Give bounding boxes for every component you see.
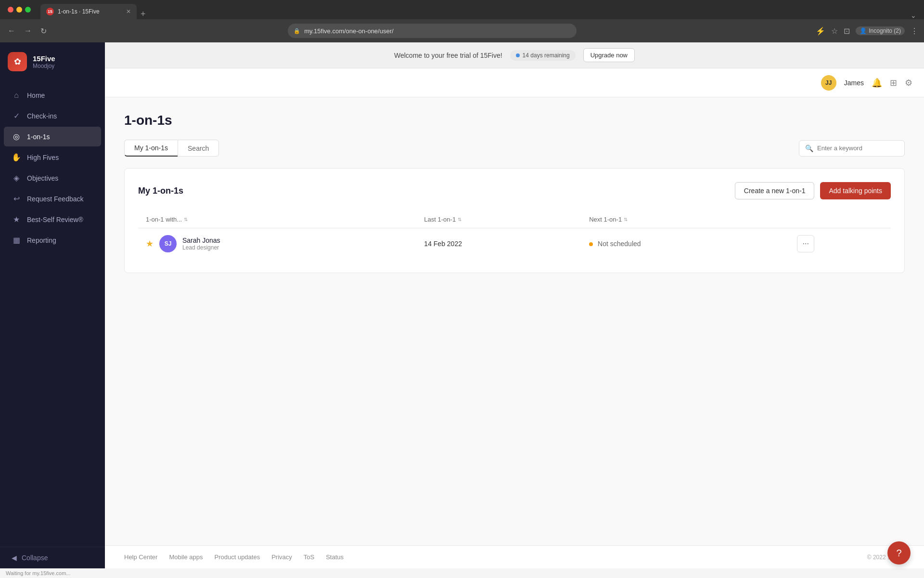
chat-support-btn[interactable]: ?	[887, 541, 911, 565]
person-initials: SJ	[165, 240, 172, 247]
best-self-icon: ★	[12, 215, 21, 224]
brand-text: 15Five Moodjoy	[33, 54, 55, 69]
last-1on1-cell: 14 Feb 2022	[416, 228, 581, 260]
star-icon[interactable]: ★	[146, 238, 154, 249]
brand-icon: ✿	[14, 56, 21, 67]
search-icon: 🔍	[805, 144, 813, 152]
url-bar[interactable]: 🔒 my.15five.com/one-on-one/user/	[288, 24, 577, 38]
sidebar-item-label: High Fives	[27, 154, 59, 161]
trial-banner: Welcome to your free trial of 15Five! 14…	[105, 42, 924, 68]
sort-1on1-with-btn[interactable]: 1-on-1 with... ⇅	[146, 216, 188, 223]
collapse-icon: ◀	[12, 554, 17, 562]
trial-badge: 14 days remaining	[510, 50, 576, 61]
sidebar-item-highfives[interactable]: ✋ High Fives	[4, 147, 101, 167]
footer-link-help[interactable]: Help Center	[124, 553, 157, 561]
add-talking-points-btn[interactable]: Add talking points	[820, 182, 891, 199]
tabs-row: My 1-on-1s Search 🔍	[124, 140, 905, 157]
lock-icon: 🔒	[294, 28, 300, 34]
sort-icon: ⇅	[458, 217, 462, 222]
1on1-table: 1-on-1 with... ⇅ Last 1-on-1 ⇅	[138, 211, 891, 259]
tab-list-btn[interactable]: ⌄	[907, 12, 920, 19]
sidebar-item-label: Best-Self Review®	[27, 216, 83, 223]
brand-logo: ✿	[8, 52, 27, 71]
status-bar: Waiting for my.15five.com...	[0, 568, 924, 578]
tabs: My 1-on-1s Search	[124, 140, 219, 157]
footer-link-status[interactable]: Status	[326, 553, 344, 561]
table-row: ★ SJ Sarah Jonas Lead designer	[138, 228, 891, 260]
next-status-text: Not scheduled	[598, 240, 641, 248]
sidebar-item-best-self[interactable]: ★ Best-Self Review®	[4, 210, 101, 229]
url-text: my.15five.com/one-on-one/user/	[304, 27, 571, 35]
person-info-cell: ★ SJ Sarah Jonas Lead designer	[146, 235, 409, 252]
next-status: Not scheduled	[589, 240, 641, 248]
checkins-icon: ✓	[12, 111, 21, 120]
tab-search[interactable]: Search	[178, 140, 219, 157]
objectives-icon: ◈	[12, 173, 21, 183]
brand-name: 15Five	[33, 54, 55, 63]
trial-badge-dot	[516, 53, 520, 57]
1on1s-icon: ◎	[12, 132, 21, 141]
split-screen-icon[interactable]: ⊡	[844, 26, 850, 36]
user-avatar: JJ	[821, 75, 836, 91]
sidebar-item-objectives[interactable]: ◈ Objectives	[4, 168, 101, 188]
tab-my-1on1s[interactable]: My 1-on-1s	[124, 140, 178, 157]
user-name: James	[844, 79, 864, 87]
incognito-badge[interactable]: 👤 Incognito (2)	[856, 26, 905, 35]
person-avatar: SJ	[159, 235, 177, 252]
notifications-icon[interactable]: 🔔	[872, 78, 882, 88]
sidebar-item-1on1s[interactable]: ◎ 1-on-1s	[4, 127, 101, 146]
keyword-search-input[interactable]	[817, 144, 898, 152]
upgrade-btn[interactable]: Upgrade now	[583, 48, 635, 62]
active-tab[interactable]: 15 1-on-1s · 15Five ✕	[40, 4, 137, 19]
last-1on1-date: 14 Feb 2022	[424, 240, 462, 248]
tab-favicon: 15	[46, 8, 54, 15]
grid-icon[interactable]: ⊞	[890, 78, 897, 88]
user-initials: JJ	[825, 79, 832, 86]
collapse-label: Collapse	[22, 554, 48, 562]
sort-last-1on1-btn[interactable]: Last 1-on-1 ⇅	[424, 216, 462, 223]
traffic-lights	[8, 7, 31, 13]
footer-link-mobile[interactable]: Mobile apps	[169, 553, 203, 561]
maximize-window-btn[interactable]	[25, 7, 31, 13]
more-options-btn[interactable]: ···	[797, 235, 814, 252]
person-details: Sarah Jonas Lead designer	[182, 236, 220, 251]
footer-link-updates[interactable]: Product updates	[214, 553, 260, 561]
new-tab-btn[interactable]: +	[137, 9, 150, 19]
minimize-window-btn[interactable]	[16, 7, 22, 13]
incognito-icon: 👤	[860, 27, 867, 34]
footer-link-privacy[interactable]: Privacy	[271, 553, 292, 561]
person-role: Lead designer	[182, 244, 220, 251]
sort-next-1on1-btn[interactable]: Next 1-on-1 ⇅	[589, 216, 628, 223]
collapse-sidebar-btn[interactable]: ◀ Collapse	[0, 547, 105, 568]
browser-chrome: 15 1-on-1s · 15Five ✕ + ⌄ ← → ↻ 🔒 my.15f…	[0, 0, 924, 42]
footer-link-tos[interactable]: ToS	[304, 553, 314, 561]
sidebar-item-request-feedback[interactable]: ↩ Request Feedback	[4, 189, 101, 209]
toolbar-right: ⚡ ☆ ⊡ 👤 Incognito (2) ⋮	[816, 26, 918, 36]
sidebar-item-label: Check-ins	[27, 112, 57, 120]
highfives-icon: ✋	[12, 153, 21, 162]
refresh-btn[interactable]: ↻	[38, 25, 49, 38]
nav-items: ⌂ Home ✓ Check-ins ◎ 1-on-1s ✋ High Five…	[0, 81, 105, 547]
sidebar-item-home[interactable]: ⌂ Home	[4, 86, 101, 105]
back-btn[interactable]: ←	[6, 25, 17, 37]
bookmark-icon[interactable]: ☆	[831, 26, 838, 36]
page-content: 1-on-1s My 1-on-1s Search 🔍 My 1-on-1s C…	[105, 97, 924, 545]
forward-btn[interactable]: →	[22, 25, 34, 37]
page-title: 1-on-1s	[124, 113, 905, 128]
footer-links: Help Center Mobile apps Product updates …	[124, 553, 344, 561]
sort-icon: ⇅	[184, 217, 188, 222]
create-1on1-btn[interactable]: Create a new 1-on-1	[735, 182, 815, 199]
close-window-btn[interactable]	[8, 7, 13, 13]
settings-icon[interactable]: ⚙	[905, 78, 912, 88]
sidebar-item-reporting[interactable]: ▦ Reporting	[4, 230, 101, 250]
sidebar-item-checkins[interactable]: ✓ Check-ins	[4, 106, 101, 126]
actions-cell: ···	[789, 228, 891, 260]
extensions-icon[interactable]: ⚡	[816, 26, 825, 36]
menu-icon[interactable]: ⋮	[911, 26, 918, 36]
main-content: Welcome to your free trial of 15Five! 14…	[105, 42, 924, 568]
section-header: My 1-on-1s Create a new 1-on-1 Add talki…	[138, 182, 891, 199]
sidebar-item-label: Reporting	[27, 236, 56, 244]
tab-close-btn[interactable]: ✕	[126, 8, 131, 15]
tab-title: 1-on-1s · 15Five	[58, 8, 122, 15]
sidebar-item-label: Objectives	[27, 174, 58, 182]
